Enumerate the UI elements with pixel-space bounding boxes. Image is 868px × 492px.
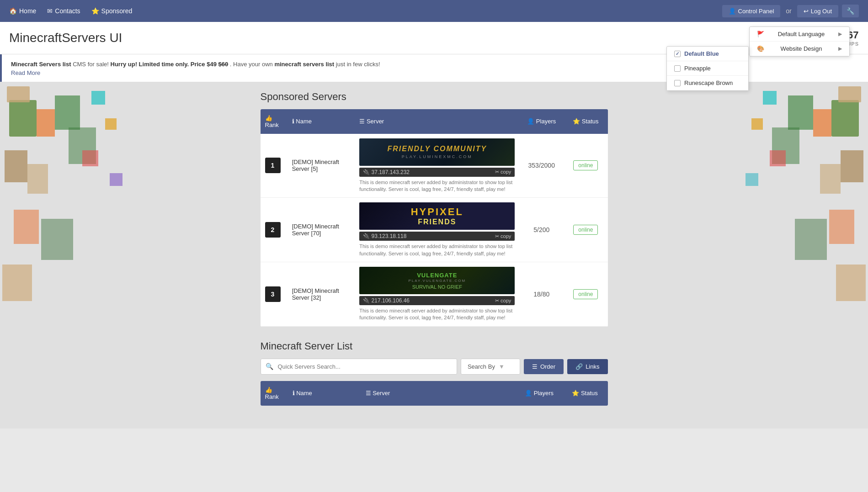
search-input-wrapper: 🔍	[261, 359, 457, 375]
order-button[interactable]: ☰ Order	[524, 359, 564, 374]
server-banner-img[interactable]: HYPIXELFRIENDS	[359, 202, 515, 230]
nav-home[interactable]: 🏠 Home	[9, 7, 36, 15]
sponsored-servers-title: Sponsored Servers	[261, 91, 608, 103]
status-cell: online	[564, 134, 607, 198]
language-label: Default Language	[778, 31, 825, 37]
search-icon: 🔍	[266, 363, 273, 370]
banner-bold-2: Hurry up! Limited time only. Price $49 $…	[111, 61, 229, 68]
ip-bar: 🔌 93.123.18.118 ✂ copy	[359, 232, 515, 241]
search-by-label: Search By	[468, 363, 495, 370]
nav-contacts[interactable]: ✉ Contacts	[47, 7, 80, 15]
status-badge: online	[573, 160, 598, 170]
right-bg-decoration	[735, 82, 868, 429]
design-arrow-icon: ▶	[838, 46, 842, 52]
sl-players-icon: 👤	[525, 390, 532, 397]
table-row: 3 [DEMO] Minecraft Server [32] VULENGATE…	[261, 262, 608, 327]
logout-icon: ↩	[804, 8, 809, 15]
copy-ip-button[interactable]: ✂ copy	[495, 298, 511, 304]
header-name: ℹ Name	[288, 109, 355, 134]
header-status: ⭐ Status	[564, 109, 607, 134]
header-server: ☰ Server	[355, 109, 519, 134]
server-banner-img[interactable]: VULENGATEPLAY.VULENGATE.COMSURVIVAL NO G…	[359, 267, 515, 294]
left-bg-decoration	[0, 82, 133, 429]
design-option-runescape[interactable]: Runescape Brown	[667, 76, 748, 90]
user-icon: 👤	[729, 8, 736, 15]
banner-bold-3: minecraft servers list	[274, 61, 334, 68]
design-label: Website Design	[781, 45, 822, 52]
players-cell: 18/80	[519, 262, 564, 327]
design-submenu: ✓ Default Blue Pineapple Runescape Brown	[666, 46, 749, 91]
nav-links-left: 🏠 Home ✉ Contacts ⭐ Sponsored	[9, 7, 132, 15]
search-bar: 🔍 Search By ▼ ☰ Order 🔗 Links	[261, 359, 608, 375]
name-cell: [DEMO] Minecraft Server [32]	[288, 262, 355, 327]
language-dropdown-item[interactable]: 🚩 Default Language ▶	[750, 27, 849, 42]
server-cell: FRIENDLY COMMUNITYPLAY.LUMINEXMC.COM 🔌 3…	[355, 134, 519, 198]
rank-cell: 1	[261, 134, 288, 198]
sl-header-server: ☰ Server	[361, 381, 517, 406]
list-icon: ☰	[359, 118, 365, 125]
banner-text-3: . Have your own	[230, 61, 275, 68]
table-row: 1 [DEMO] Minecraft Server [5] FRIENDLY C…	[261, 134, 608, 198]
players-cell: 5/200	[519, 198, 564, 262]
ip-bar: 🔌 217.106.106.46 ✂ copy	[359, 296, 515, 305]
checkbox-checked-icon: ✓	[674, 51, 681, 57]
sl-header-rank: 👍 Rank	[261, 381, 288, 406]
strikethrough-price: $60	[218, 61, 229, 68]
language-arrow-icon: ▶	[838, 31, 842, 37]
settings-wrench-button[interactable]: 🔧	[842, 5, 859, 17]
control-panel-label: Control Panel	[738, 8, 774, 15]
flag-icon: 🚩	[757, 31, 764, 37]
links-label: Links	[586, 363, 599, 370]
serverlist-table-header: 👍 Rank ℹ Name ☰ Server 👤 Players	[261, 381, 608, 406]
sponsored-table-header: 👍 Rank ℹ Name ☰ Server 👤 Players	[261, 109, 608, 134]
star-icon: ⭐	[91, 7, 99, 15]
server-banner-img[interactable]: FRIENDLY COMMUNITYPLAY.LUMINEXMC.COM	[359, 138, 515, 166]
nav-links-right: 👤 Control Panel or ↩ Log Out 🔧 🚩 Default…	[722, 5, 859, 17]
links-icon: 🔗	[575, 363, 583, 370]
checkbox-unchecked-icon-2	[674, 80, 681, 86]
rank-badge: 3	[265, 286, 281, 302]
server-description: This is demo minecraft server added by a…	[359, 307, 515, 322]
design-runescape-label: Runescape Brown	[684, 79, 733, 86]
copy-ip-button[interactable]: ✂ copy	[495, 233, 511, 239]
sponsored-servers-table: 👍 Rank ℹ Name ☰ Server 👤 Players	[261, 109, 608, 327]
top-navigation: 🏠 Home ✉ Contacts ⭐ Sponsored 👤 Control …	[0, 0, 868, 22]
search-input[interactable]	[275, 359, 452, 374]
read-more-link[interactable]: Read More	[11, 69, 40, 76]
status-cell: online	[564, 198, 607, 262]
status-cell: online	[564, 262, 607, 327]
name-cell: [DEMO] Minecraft Server [5]	[288, 134, 355, 198]
players-cell: 353/2000	[519, 134, 564, 198]
status-badge: online	[573, 225, 598, 235]
design-option-pineapple[interactable]: Pineapple	[667, 61, 748, 76]
banner-text-2: CMS for sale!	[73, 61, 110, 68]
nav-sponsored[interactable]: ⭐ Sponsored	[91, 7, 133, 15]
sl-list-icon: ☰	[366, 390, 371, 397]
server-ip: 🔌 217.106.106.46	[363, 297, 410, 304]
sponsored-servers-body: 1 [DEMO] Minecraft Server [5] FRIENDLY C…	[261, 134, 608, 327]
sl-info-icon: ℹ	[293, 390, 295, 397]
design-option-default-blue[interactable]: ✓ Default Blue	[667, 47, 748, 61]
serverlist-header-row: 👍 Rank ℹ Name ☰ Server 👤 Players	[261, 381, 608, 406]
rank-badge: 1	[265, 158, 281, 173]
wrench-icon: 🔧	[847, 7, 854, 15]
banner-text-4: just in few clicks!	[336, 61, 380, 68]
server-ip: 🔌 37.187.143.232	[363, 169, 410, 175]
website-design-dropdown-item[interactable]: 🎨 Website Design ▶	[750, 42, 849, 56]
sl-star-icon: ⭐	[572, 390, 579, 397]
control-panel-button[interactable]: 👤 Control Panel	[722, 5, 781, 17]
order-icon: ☰	[532, 363, 538, 370]
home-icon: 🏠	[9, 7, 17, 15]
chevron-down-icon: ▼	[499, 363, 505, 370]
paint-icon: 🎨	[757, 45, 764, 52]
header-rank: 👍 Rank	[261, 109, 288, 134]
copy-ip-button[interactable]: ✂ copy	[495, 169, 511, 175]
rank-badge: 2	[265, 222, 281, 238]
nav-sponsored-label: Sponsored	[101, 7, 133, 15]
nav-or-divider: or	[786, 7, 791, 15]
nav-contacts-label: Contacts	[55, 7, 80, 15]
links-button[interactable]: 🔗 Links	[567, 359, 607, 374]
logout-button[interactable]: ↩ Log Out	[797, 5, 838, 17]
search-by-dropdown[interactable]: Search By ▼	[461, 359, 520, 375]
rank-icon: 👍	[265, 115, 272, 122]
